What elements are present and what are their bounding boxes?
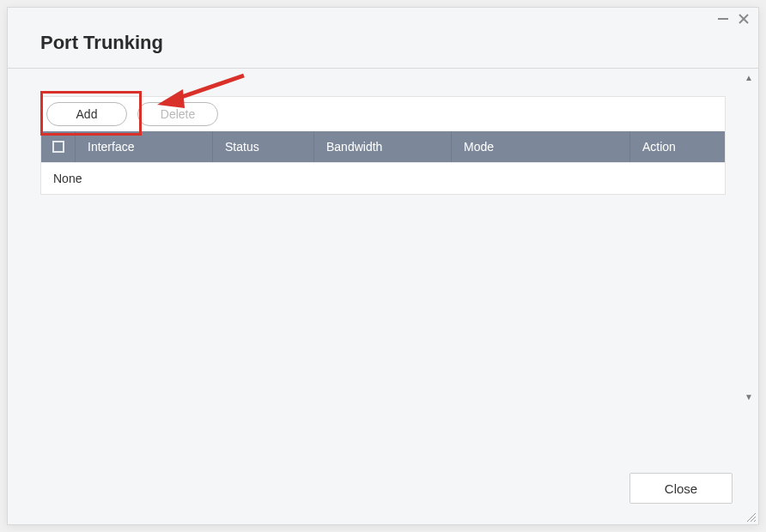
add-button[interactable]: Add [46,102,127,126]
scroll-up-icon: ▲ [745,74,753,82]
column-mode: Mode [452,131,630,162]
close-button[interactable]: Close [629,473,733,504]
dialog-footer: Close [629,473,733,504]
resize-grip-icon[interactable] [745,511,757,523]
minimize-icon[interactable] [715,11,731,27]
dialog-title: Port Trunking [40,32,163,54]
checkbox-icon[interactable] [52,141,64,153]
column-select-all[interactable] [41,131,76,162]
toolbar: Add Delete [40,96,726,131]
close-icon[interactable] [736,11,751,27]
dialog-body: ▲ ▼ Add Delete Interface Status Bandwidt… [8,69,758,524]
table-empty-row: None [41,162,725,194]
port-trunking-dialog: Port Trunking ▲ ▼ Add Delete Interface S… [7,7,759,525]
column-action: Action [630,131,725,162]
empty-text: None [53,172,82,185]
scroll-down-icon: ▼ [745,393,753,402]
trunking-table: Interface Status Bandwidth Mode Action N… [40,131,726,195]
column-bandwidth: Bandwidth [314,131,452,162]
title-bar: Port Trunking [8,8,758,69]
delete-button: Delete [137,102,218,126]
table-header: Interface Status Bandwidth Mode Action [41,131,725,162]
window-controls [715,11,751,27]
column-status: Status [213,131,314,162]
column-interface: Interface [76,131,213,162]
svg-line-7 [754,520,756,522]
